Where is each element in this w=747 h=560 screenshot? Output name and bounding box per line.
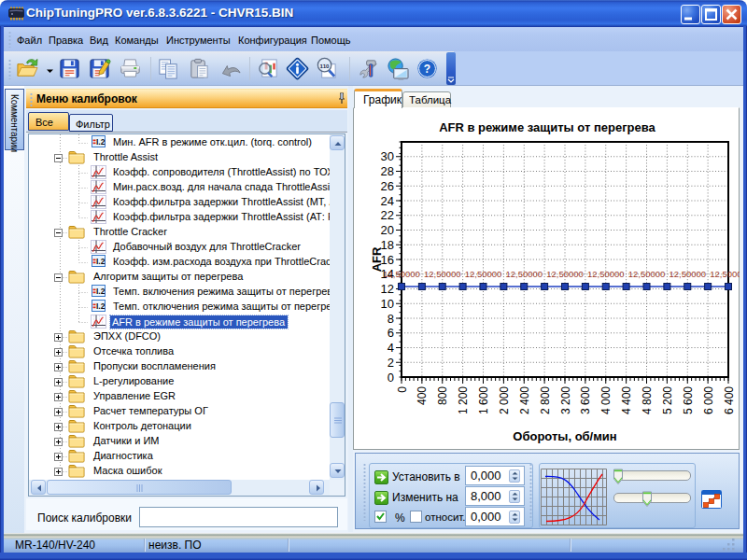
- svg-text:8: 8: [388, 312, 394, 326]
- svg-text:3 600: 3 600: [579, 386, 592, 414]
- svg-text:I.2: I.2: [96, 137, 106, 147]
- svg-text:6 000: 6 000: [702, 386, 715, 414]
- svg-text:2 400: 2 400: [518, 386, 531, 414]
- svg-text:24: 24: [381, 194, 394, 208]
- svg-text:800: 800: [436, 386, 449, 405]
- svg-text:12,50000: 12,50000: [710, 269, 740, 279]
- svg-text:?: ?: [424, 63, 430, 76]
- svg-text:12,50000: 12,50000: [383, 269, 420, 279]
- svg-text:12,50000: 12,50000: [505, 269, 543, 279]
- svg-text:2: 2: [388, 356, 394, 370]
- svg-text:3 200: 3 200: [559, 386, 572, 414]
- svg-text:12: 12: [381, 282, 394, 296]
- svg-text:12,50000: 12,50000: [587, 269, 625, 279]
- svg-text:1 200: 1 200: [457, 386, 470, 414]
- svg-text:12,50000: 12,50000: [546, 269, 584, 279]
- svg-text:12,50000: 12,50000: [465, 269, 502, 279]
- svg-text:10: 10: [381, 297, 394, 311]
- svg-text:12,50000: 12,50000: [628, 269, 666, 279]
- svg-text:4 000: 4 000: [599, 386, 613, 414]
- svg-text:4 400: 4 400: [620, 386, 633, 414]
- svg-text:20: 20: [381, 223, 394, 237]
- svg-text:26: 26: [381, 179, 394, 193]
- svg-text:Обороты, об/мин: Обороты, об/мин: [513, 429, 616, 443]
- svg-text:22: 22: [381, 208, 394, 222]
- svg-text:I.2: I.2: [96, 287, 106, 296]
- svg-text:4: 4: [388, 341, 394, 355]
- svg-text:12,50000: 12,50000: [669, 269, 706, 279]
- svg-text:0: 0: [388, 371, 394, 385]
- svg-text:12,50000: 12,50000: [424, 269, 461, 279]
- svg-text:5 200: 5 200: [661, 386, 674, 414]
- svg-text:4 800: 4 800: [641, 386, 654, 414]
- svg-text:5 600: 5 600: [682, 386, 695, 414]
- svg-text:6 400: 6 400: [723, 386, 736, 414]
- svg-text:2 800: 2 800: [539, 386, 552, 414]
- svg-text:2 000: 2 000: [498, 386, 511, 414]
- svg-text:AFR: AFR: [370, 246, 384, 272]
- svg-text:110: 110: [320, 63, 331, 69]
- svg-text:6: 6: [388, 326, 394, 340]
- svg-text:I.2: I.2: [96, 257, 106, 266]
- svg-text:400: 400: [416, 386, 429, 405]
- svg-text:30: 30: [381, 149, 394, 163]
- svg-text:28: 28: [381, 164, 394, 178]
- svg-text:0: 0: [396, 386, 409, 393]
- svg-text:I.2: I.2: [96, 301, 106, 311]
- svg-text:1 600: 1 600: [477, 386, 490, 414]
